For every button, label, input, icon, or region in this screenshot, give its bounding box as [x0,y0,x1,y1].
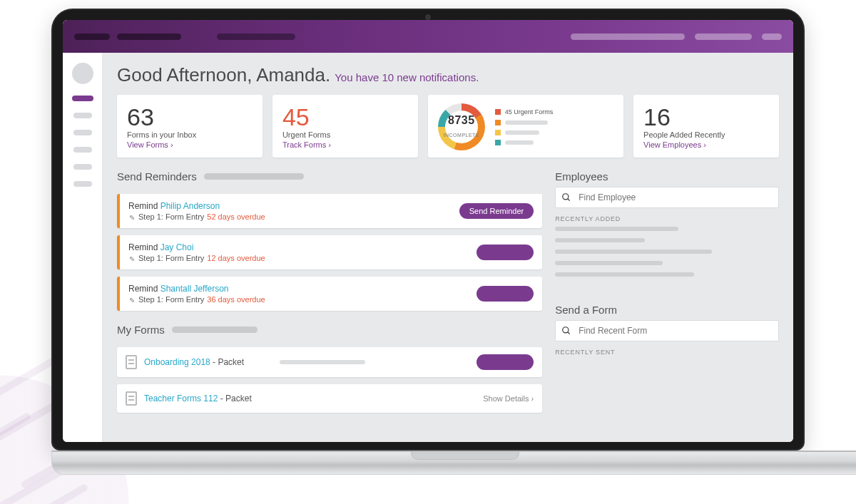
reminders-header: Send Reminders [117,170,542,182]
reminder-due: 36 days overdue [207,295,265,304]
reminder-row: Remind Jay Choi Step 1: Form Entry 12 da… [117,235,542,269]
icon-sidebar [63,53,103,442]
stat-inbox-link[interactable]: View Forms › [127,140,253,149]
recently-sent-label: RECENTLY SENT [555,349,779,356]
reminder-row: Remind Philip Anderson Step 1: Form Entr… [117,194,542,228]
reminder-name[interactable]: Shantall Jefferson [160,284,229,294]
reminder-step: Step 1: Form Entry [138,295,204,304]
legend-placeholder-2 [505,120,548,125]
brand-text-placeholder [117,34,181,40]
stat-inbox-label: Forms in your Inbox [127,130,253,139]
reminder-name[interactable]: Philip Anderson [160,201,220,211]
form-name[interactable]: Teacher Forms 112 [144,394,218,403]
form-search-input[interactable] [577,325,773,336]
stat-people: 16 People Added Recently View Employees … [633,95,779,158]
camera-dot [425,14,431,20]
legend-label-1: 45 Urgent Forms [505,108,554,115]
stat-people-value: 16 [643,105,769,129]
reminder-row: Remind Shantall Jefferson Step 1: Form E… [117,277,542,311]
stat-urgent-value: 45 [282,105,408,129]
form-placeholder [280,360,365,364]
pencil-icon [127,212,137,222]
myforms-header: My Forms [117,324,542,336]
laptop-keyboard [51,451,856,475]
stat-inbox-value: 63 [127,105,253,129]
reminder-step: Step 1: Form Entry [138,212,204,221]
send-reminder-button[interactable]: Send Reminder [459,203,534,219]
document-icon [126,391,137,406]
reminder-prefix: Remind [128,284,160,294]
sidebar-item-2[interactable] [73,113,92,118]
pencil-icon [127,294,137,304]
pencil-icon [127,253,137,263]
legend-placeholder-3 [505,130,539,135]
recently-added-list [555,227,779,277]
recently-added-label: RECENTLY ADDED [555,215,779,222]
reminder-prefix: Remind [128,201,160,211]
greeting-note[interactable]: You have 10 new notifications. [335,71,479,83]
nav-item-placeholder[interactable] [217,34,295,40]
stat-urgent-link[interactable]: Track Forms › [282,140,408,149]
reminder-step: Step 1: Form Entry [138,254,204,262]
sidebar-item-6[interactable] [73,181,92,187]
avatar[interactable] [72,63,93,84]
show-details-link[interactable]: Show Details › [483,394,534,403]
reminder-due: 52 days overdue [207,212,265,221]
stat-people-link[interactable]: View Employees › [643,140,769,149]
myforms-title: My Forms [117,324,165,336]
document-icon [126,355,137,369]
svg-line-3 [568,332,570,334]
legend-swatch-teal [495,140,501,145]
brand-logo-placeholder [74,34,110,40]
legend-swatch-yellow [495,130,501,135]
myforms-header-placeholder [172,326,258,333]
sidebar-item-3[interactable] [73,130,92,135]
send-form-title: Send a Form [555,304,617,316]
employee-search-input[interactable] [577,192,773,203]
stat-people-label: People Added Recently [643,130,769,139]
nav-right-item-3[interactable] [762,34,782,40]
svg-line-1 [568,199,570,201]
sidebar-item-active[interactable] [72,96,93,101]
nav-right-item-2[interactable] [695,34,752,40]
reminder-prefix: Remind [128,242,160,252]
employees-title: Employees [555,170,608,182]
legend-placeholder-4 [505,140,534,145]
top-navbar [63,20,793,53]
donut-sublabel: INCOMPLETE [444,133,480,138]
form-name[interactable]: Onboarding 2018 [144,357,210,367]
search-icon [561,326,571,336]
reminder-due: 12 days overdue [207,254,265,262]
form-suffix: - Packet [218,394,251,403]
donut-legend: 45 Urgent Forms [495,108,554,145]
greeting-bar: Good Afternoon, Amanda. You have 10 new … [103,53,793,95]
stat-inbox: 63 Forms in your Inbox View Forms › [117,95,263,158]
form-detail-toggle[interactable]: . [477,354,534,370]
stat-urgent: 45 Urgent Forms Track Forms › [272,95,418,158]
stat-urgent-label: Urgent Forms [282,130,408,139]
greeting-title: Good Afternoon, Amanda. [117,64,330,86]
employees-header: Employees [555,170,779,182]
laptop-frame: Good Afternoon, Amanda. You have 10 new … [51,9,805,475]
donut-value: 8735 [444,114,480,127]
form-suffix: - Packet [210,357,244,367]
form-row[interactable]: Teacher Forms 112 - Packet Show Details … [117,384,542,413]
svg-point-0 [563,194,569,200]
reminders-title: Send Reminders [117,170,197,182]
donut-chart: 8735 INCOMPLETE [438,103,485,150]
sidebar-item-4[interactable] [73,147,92,153]
send-form-header: Send a Form [555,304,779,316]
reminder-action-placeholder[interactable]: . [477,286,534,302]
reminder-name[interactable]: Jay Choi [160,242,194,252]
nav-right-item-1[interactable] [571,34,685,40]
form-search[interactable] [555,320,779,341]
legend-swatch-orange [495,120,501,125]
reminders-header-placeholder [204,173,304,180]
form-row[interactable]: Onboarding 2018 - Packet . [117,347,542,377]
svg-point-2 [563,327,569,333]
employee-search[interactable] [555,187,779,208]
stat-donut-card: 8735 INCOMPLETE 45 Urgent Forms [428,95,623,158]
reminder-action-placeholder[interactable]: . [477,245,534,260]
sidebar-item-5[interactable] [73,164,92,170]
search-icon [561,192,571,202]
